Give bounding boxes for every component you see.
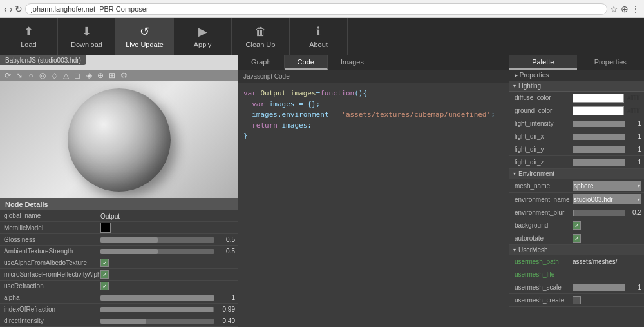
node-checkbox-microSurfaceFromReflectivityAlpha[interactable] (100, 270, 109, 279)
node-rows-container: global_nameOutputMetallicModelGlossiness… (0, 210, 238, 327)
ground-color-swatch[interactable] (573, 106, 624, 115)
tab-images[interactable]: Images (328, 55, 377, 70)
reload-button[interactable]: ↻ (15, 4, 23, 14)
center-content: Javascript Code var Output_images=functi… (238, 70, 509, 327)
tab-graph[interactable]: Graph (238, 55, 285, 70)
light-dir-x-val: 1 (573, 133, 641, 140)
settings-icon[interactable]: ⋮ (631, 4, 640, 14)
node-slider-wrap-alpha: 1 (100, 294, 235, 301)
node-row-directIntensity: directIntensity0.40 (0, 315, 238, 327)
tab-palette[interactable]: Palette (509, 55, 577, 70)
viewport-tab: BabylonJS (studio003.hdr) (0, 55, 86, 65)
slider-fill-alpha (100, 295, 214, 301)
back-button[interactable]: ‹ (4, 4, 7, 14)
vp-icon-6[interactable]: △ (61, 71, 71, 80)
code-header: Javascript Code (238, 70, 509, 83)
node-slider-wrap-indexOfRefraction: 0.99 (100, 306, 235, 313)
vp-icon-11[interactable]: ⚙ (118, 71, 129, 80)
light-dir-y-slider[interactable] (573, 146, 625, 153)
node-row-AmbientTextureStrength: AmbientTextureStrength0.5 (0, 246, 238, 257)
toolbar-btn-about[interactable]: ℹAbout (290, 18, 348, 55)
vp-icon-4[interactable]: ◎ (37, 71, 48, 80)
tab-code[interactable]: Code (285, 55, 328, 70)
code-line-5: } (243, 131, 504, 142)
slider-track-Glossiness[interactable] (100, 237, 214, 243)
node-val-AmbientTextureStrength: 0.5 (100, 248, 235, 255)
download-label: Download (71, 41, 102, 48)
live_update-icon: ↺ (140, 25, 149, 39)
vp-icon-7[interactable]: ◻ (72, 71, 82, 80)
address-bar[interactable] (25, 3, 607, 15)
slider-track-indexOfRefraction[interactable] (100, 307, 214, 312)
usermesh-scale-label: usermesh_scale (515, 284, 573, 291)
environment-blur-slider[interactable] (573, 210, 625, 216)
star-icon[interactable]: ☆ (610, 4, 618, 14)
live_update-label: Live Update (126, 41, 164, 48)
node-val-indexOfRefraction: 0.99 (100, 306, 235, 313)
slider-fill-directIntensity (100, 319, 146, 324)
lighting-section-header[interactable]: ▾ Lighting (509, 81, 644, 92)
usermesh-section-header[interactable]: ▾ UserMesh (509, 245, 644, 255)
node-swatch-MetallicModel[interactable] (100, 223, 111, 233)
clean_up-label: Clean Up (246, 41, 276, 48)
usermesh-create-label: usermesh_create (515, 297, 573, 304)
code-area[interactable]: var Output_images=function(){ var images… (238, 83, 509, 147)
ground-color-text: #ffffff (627, 108, 639, 114)
main-area: BabylonJS (studio003.hdr) ⟳ ⤡ ○ ◎ ◇ △ ◻ … (0, 55, 644, 327)
mesh-name-select[interactable]: sphere (573, 181, 641, 191)
toolbar-btn-clean_up[interactable]: 🗑Clean Up (232, 18, 290, 55)
slider-num-alpha: 1 (217, 294, 235, 301)
tab-properties[interactable]: Properties (577, 55, 645, 70)
environment-section-header[interactable]: ▾ Environment (509, 169, 644, 179)
node-text-global_name: Output (100, 213, 120, 220)
node-checkbox-useRefraction[interactable] (100, 282, 109, 290)
usermesh-label: UserMesh (518, 246, 548, 253)
toolbar-btn-download[interactable]: ⬇Download (58, 18, 116, 55)
usermesh-scale-val: 1 (573, 284, 641, 291)
environment-arrow: ▾ (513, 171, 516, 177)
diffuse-color-swatch[interactable] (573, 94, 624, 103)
usermesh-scale-slider[interactable] (573, 284, 625, 291)
light-dir-z-slider[interactable] (573, 159, 625, 166)
download-icon: ⬇ (82, 25, 91, 39)
diffuse-color-text: #ffffff (627, 95, 639, 101)
toolbar-btn-live_update[interactable]: ↺Live Update (116, 18, 174, 55)
node-label-indexOfRefraction: indexOfRefraction (4, 306, 100, 313)
node-details-header[interactable]: Node Details (0, 199, 238, 210)
node-slider-wrap-Glossiness: 0.5 (100, 236, 235, 243)
vp-icon-5[interactable]: ◇ (49, 71, 59, 80)
diffuse-color-label: diffuse_color (515, 94, 573, 101)
light-dir-z-label: light_dir_z (515, 159, 573, 166)
usermesh-create-checkbox[interactable] (573, 296, 581, 304)
slider-num-AmbientTextureStrength: 0.5 (217, 248, 235, 255)
light-dir-x-slider[interactable] (573, 134, 625, 140)
environment-blur-val: 0.2 (573, 209, 641, 216)
autorotate-val (573, 234, 641, 243)
background-label: background (515, 222, 573, 229)
node-checkbox-useAlphaFromAlbedoTexture[interactable] (100, 259, 109, 267)
slider-track-AmbientTextureStrength[interactable] (100, 249, 214, 254)
vp-icon-3[interactable]: ○ (26, 71, 36, 80)
slider-track-directIntensity[interactable] (100, 319, 214, 324)
forward-button[interactable]: › (10, 4, 13, 14)
vp-icon-10[interactable]: ⊞ (107, 71, 117, 80)
slider-track-alpha[interactable] (100, 295, 214, 301)
toolbar-btn-apply[interactable]: ▶Apply (174, 18, 232, 55)
prop-environment-blur: environment_blur 0.2 (509, 206, 644, 219)
environment-name-select[interactable]: studio003.hdr (573, 194, 641, 204)
vp-icon-2[interactable]: ⤡ (14, 71, 24, 80)
toolbar-btn-load[interactable]: ⬆Load (0, 18, 58, 55)
autorotate-checkbox[interactable] (573, 234, 581, 243)
vp-icon-8[interactable]: ◈ (84, 71, 94, 80)
prop-usermesh-file: usermesh_file (509, 268, 644, 281)
light-intensity-label: light_intensity (515, 120, 573, 127)
vp-icon-9[interactable]: ⊕ (95, 71, 106, 80)
vp-icon-1[interactable]: ⟳ (3, 71, 13, 80)
environment-blur-num: 0.2 (627, 209, 641, 216)
light-intensity-val: 1 (573, 120, 641, 127)
bookmark-icon[interactable]: ⊕ (621, 4, 629, 14)
background-checkbox[interactable] (573, 221, 581, 230)
ground-color-label: ground_color (515, 107, 573, 114)
slider-num-directIntensity: 0.40 (217, 317, 235, 324)
light-intensity-slider[interactable] (573, 121, 625, 127)
